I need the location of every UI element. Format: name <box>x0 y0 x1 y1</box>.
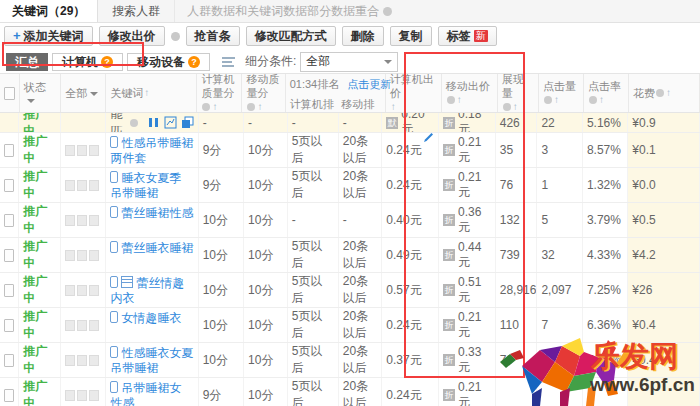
row-checkbox[interactable] <box>4 354 14 367</box>
keyword-link[interactable]: 性感睡衣女夏吊带睡裙 <box>110 346 193 375</box>
edit-bid-icon[interactable] <box>423 133 434 146</box>
cell-pc_bid[interactable]: 0.49元 <box>382 238 439 272</box>
cell-mo_bid[interactable]: 折0.21元 <box>439 308 496 342</box>
copy-button[interactable]: 复制 <box>390 26 432 46</box>
help-icon[interactable]: ? <box>188 56 200 68</box>
status-badge: 推广中 <box>23 378 56 406</box>
tab-audience[interactable]: 搜索人群 <box>98 0 175 22</box>
select-all-checkbox[interactable] <box>4 87 15 100</box>
pencil-icon[interactable] <box>423 133 434 143</box>
header-pc-quality[interactable]: 计算机质量分↑ <box>197 74 242 112</box>
creative-thumbnail <box>65 320 75 331</box>
cell-pc_bid[interactable]: 0.24元 <box>382 308 439 342</box>
help-icon[interactable]: ? <box>101 56 113 68</box>
edit-bid-button[interactable]: 修改出价 <box>99 26 165 46</box>
keyword-link[interactable]: 女情趣睡衣 <box>121 311 181 325</box>
cell-pc_bid[interactable]: 0.40元 <box>382 203 439 237</box>
tab-summary[interactable]: 汇总 <box>6 53 48 71</box>
tag-button[interactable]: 标签新 <box>438 26 497 46</box>
row-checkbox[interactable] <box>4 389 14 402</box>
cell-pc_bid[interactable]: 0.24元 <box>382 378 439 406</box>
cell-keyword: 蕾丝睡衣睡裙 <box>106 238 198 272</box>
cell-mo_bid[interactable]: 折0.18元 <box>439 113 496 132</box>
cell-status: 推广中 <box>19 168 61 202</box>
row-checkbox[interactable] <box>4 179 14 192</box>
discount-badge: 折 <box>443 214 455 226</box>
tab-mobile[interactable]: 移动设备? <box>127 53 210 71</box>
creative-thumbnail <box>89 320 99 331</box>
header-mobile-bid[interactable]: 移动出价↑ <box>442 74 498 112</box>
cell-mo_bid[interactable]: 折0.51元 <box>439 273 496 307</box>
info-dot-icon <box>589 96 597 104</box>
keyword-link[interactable]: 吊带睡裙女 性感 <box>110 381 181 406</box>
cell-pc_bid[interactable]: 0.57元 <box>382 273 439 307</box>
status-badge: 推广中 <box>23 343 56 377</box>
cell-value: 5 <box>541 213 548 227</box>
status-badge: 推广中 <box>23 203 56 237</box>
refresh-rank-link[interactable]: 点击更新 <box>347 74 391 94</box>
cell-check <box>0 378 19 406</box>
info-dot-icon <box>503 103 511 111</box>
cell-creative <box>61 378 106 406</box>
cell-mo_bid[interactable]: 折0.36元 <box>439 203 496 237</box>
duplicate-icon[interactable] <box>181 116 194 129</box>
cell-mo_rank: 20条以后 <box>339 273 383 307</box>
cell-mo_rank: 20条以后 <box>339 133 383 167</box>
grab-top-button[interactable]: 抢首条 <box>186 26 240 46</box>
cell-pc_bid[interactable]: 默0.20元 <box>382 113 439 132</box>
keyword-link[interactable]: 蕾丝睡裙性感 <box>121 206 193 220</box>
header-cost[interactable]: 花费↑ <box>629 74 700 112</box>
row-checkbox[interactable] <box>4 319 14 332</box>
tab-computer[interactable]: 计算机? <box>52 53 123 71</box>
creative-thumbnail <box>77 180 87 191</box>
cell-mo_bid[interactable]: 折0.44元 <box>439 238 496 272</box>
mobile-bid-value: 0.44元 <box>458 240 491 271</box>
add-keyword-button[interactable]: +添加关键词 <box>4 26 93 46</box>
keyword-link[interactable]: 蕾丝睡衣睡裙 <box>121 241 193 255</box>
cell-mo_bid[interactable]: 折0.33元 <box>439 343 496 377</box>
header-clicks[interactable]: 点击量↑ <box>539 74 584 112</box>
pause-icon[interactable] <box>147 116 160 129</box>
header-keyword[interactable]: 关键词↑ <box>106 74 197 112</box>
line-chart-icon[interactable] <box>164 116 177 129</box>
mobile-icon <box>110 311 118 323</box>
row-checkbox[interactable] <box>4 249 14 262</box>
delete-button[interactable]: 删除 <box>342 26 384 46</box>
row-checkbox[interactable] <box>4 284 14 297</box>
header-impressions[interactable]: 展现量↑ <box>498 74 539 112</box>
header-ctr[interactable]: 点击率↑ <box>584 74 629 112</box>
cell-value: 10分 <box>203 352 228 369</box>
keyword-link[interactable]: 性感吊带睡裙两件套 <box>110 136 193 165</box>
cell-value: 9分 <box>203 387 222 404</box>
cell-value: - <box>203 116 207 130</box>
header-creative-filter[interactable]: 全部 <box>61 74 106 112</box>
cell-value: ¥0.4 <box>632 318 655 332</box>
cell-imp: 132 <box>496 203 538 237</box>
row-checkbox[interactable] <box>4 214 14 227</box>
cell-cost: ¥0.0 <box>628 168 700 202</box>
custom-columns-icon[interactable] <box>222 56 235 68</box>
pc-bid-value: 0.40元 <box>386 212 421 229</box>
row-checkbox[interactable] <box>4 144 14 157</box>
sort-up-icon: ↑ <box>666 86 671 100</box>
cell-pc_bid[interactable]: 0.24元 <box>382 168 439 202</box>
header-mobile-quality[interactable]: 移动质量分↑ <box>242 74 285 112</box>
cell-mo_bid[interactable]: 折0.21元 <box>439 168 496 202</box>
cell-mo_bid[interactable]: 折0.21元 <box>439 378 496 406</box>
tab-keywords[interactable]: 关键词（29） <box>0 0 98 22</box>
header-pc-bid[interactable]: 计算机出价↑ <box>386 74 442 112</box>
cell-imp: 110 <box>496 308 538 342</box>
creative-thumbnail <box>65 250 75 261</box>
cell-value: 739 <box>500 248 520 262</box>
cell-pc_bid[interactable]: 0.37元 <box>382 343 439 377</box>
cell-pc_bid[interactable]: 0.24元 <box>382 133 439 167</box>
cell-value: - <box>292 213 296 227</box>
device-filter-bar: 汇总 计算机? 移动设备? 细分条件: 全部 <box>0 47 700 73</box>
edit-match-button[interactable]: 修改匹配方式 <box>246 26 336 46</box>
keyword-link[interactable]: 睡衣女夏季 吊带睡裙 <box>110 171 181 200</box>
cell-creative <box>61 113 106 132</box>
smart-match-row: 推广中智能匹配----默0.20元折0.18元426225.16%¥0.9 <box>0 113 700 133</box>
header-status[interactable]: 状态 <box>20 74 61 112</box>
cell-mo_bid[interactable]: 折0.21元 <box>439 133 496 167</box>
condition-select[interactable]: 全部 <box>300 52 398 72</box>
